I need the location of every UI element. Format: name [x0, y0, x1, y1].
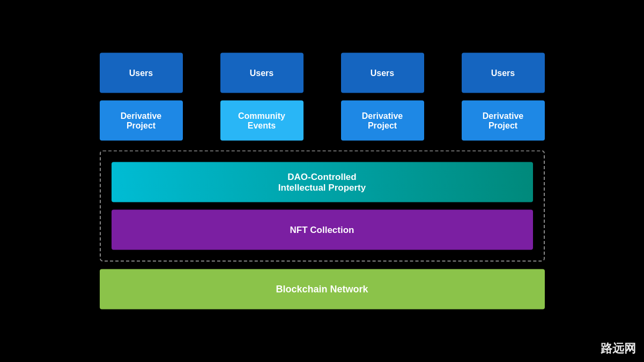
users-box-3: Users [341, 53, 424, 93]
nft-box: NFT Collection [112, 210, 533, 250]
users-row: Users Users Users Users [100, 53, 545, 93]
second-row: Derivative Project Community Events Deri… [100, 101, 545, 141]
derivative-box-3: Derivative Project [462, 101, 545, 141]
community-events-box: Community Events [220, 101, 304, 141]
users-box-2: Users [220, 53, 304, 93]
blockchain-box: Blockchain Network [100, 269, 545, 310]
users-box-4: Users [462, 53, 545, 93]
derivative-box-1: Derivative Project [100, 101, 183, 141]
watermark: 路远网 [601, 341, 636, 357]
dashed-section: DAO-Controlled Intellectual Property NFT… [100, 150, 545, 262]
diagram-container: Users Users Users Users Derivative Proje… [100, 53, 545, 310]
users-box-1: Users [100, 53, 183, 93]
derivative-box-2: Derivative Project [341, 101, 424, 141]
dao-box: DAO-Controlled Intellectual Property [112, 162, 533, 202]
